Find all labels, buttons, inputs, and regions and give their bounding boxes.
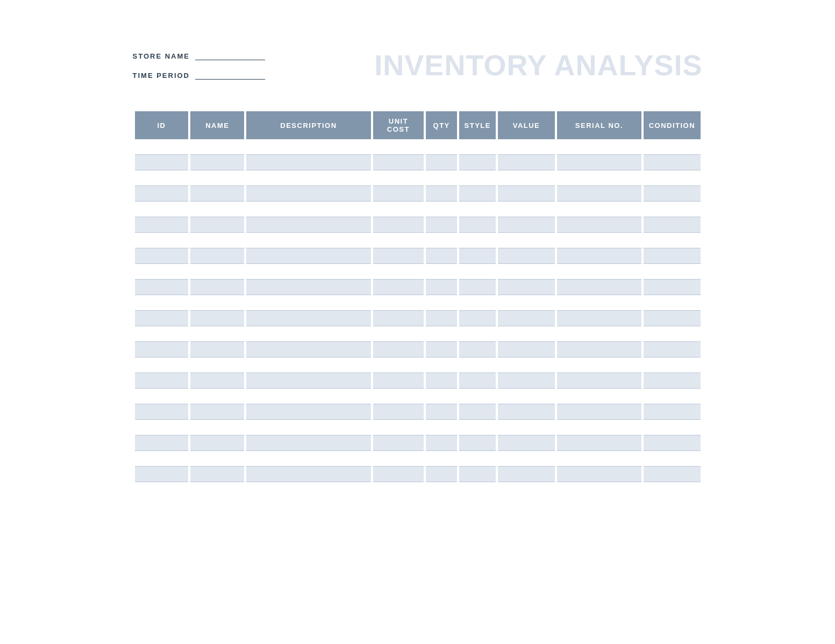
cell-serial_no[interactable] xyxy=(557,155,642,170)
cell-unit_cost[interactable] xyxy=(373,357,424,373)
cell-id[interactable] xyxy=(135,389,189,404)
cell-id[interactable] xyxy=(135,280,189,295)
cell-unit_cost[interactable] xyxy=(373,389,424,404)
cell-serial_no[interactable] xyxy=(557,186,642,202)
cell-style[interactable] xyxy=(459,295,496,311)
cell-qty[interactable] xyxy=(426,217,457,233)
cell-condition[interactable] xyxy=(644,404,700,420)
cell-value[interactable] xyxy=(498,280,554,295)
cell-description[interactable] xyxy=(246,295,370,311)
cell-qty[interactable] xyxy=(426,389,457,404)
cell-id[interactable] xyxy=(135,295,189,311)
cell-unit_cost[interactable] xyxy=(373,280,424,295)
cell-description[interactable] xyxy=(246,248,370,264)
cell-serial_no[interactable] xyxy=(557,280,642,295)
cell-serial_no[interactable] xyxy=(557,373,642,389)
cell-id[interactable] xyxy=(135,170,189,186)
cell-name[interactable] xyxy=(190,233,244,248)
cell-style[interactable] xyxy=(459,357,496,373)
cell-style[interactable] xyxy=(459,326,496,342)
cell-name[interactable] xyxy=(190,248,244,264)
cell-serial_no[interactable] xyxy=(557,295,642,311)
cell-unit_cost[interactable] xyxy=(373,420,424,435)
cell-unit_cost[interactable] xyxy=(373,435,424,451)
cell-condition[interactable] xyxy=(644,202,700,217)
cell-serial_no[interactable] xyxy=(557,357,642,373)
cell-condition[interactable] xyxy=(644,295,700,311)
cell-id[interactable] xyxy=(135,342,189,357)
cell-value[interactable] xyxy=(498,326,554,342)
cell-serial_no[interactable] xyxy=(557,139,642,155)
cell-serial_no[interactable] xyxy=(557,202,642,217)
cell-qty[interactable] xyxy=(426,264,457,280)
cell-condition[interactable] xyxy=(644,420,700,435)
cell-serial_no[interactable] xyxy=(557,342,642,357)
cell-qty[interactable] xyxy=(426,280,457,295)
cell-id[interactable] xyxy=(135,404,189,420)
cell-qty[interactable] xyxy=(426,357,457,373)
cell-description[interactable] xyxy=(246,404,370,420)
cell-name[interactable] xyxy=(190,467,244,482)
cell-qty[interactable] xyxy=(426,233,457,248)
cell-style[interactable] xyxy=(459,420,496,435)
cell-qty[interactable] xyxy=(426,155,457,170)
cell-name[interactable] xyxy=(190,217,244,233)
cell-condition[interactable] xyxy=(644,155,700,170)
cell-serial_no[interactable] xyxy=(557,233,642,248)
cell-qty[interactable] xyxy=(426,170,457,186)
cell-unit_cost[interactable] xyxy=(373,451,424,467)
cell-name[interactable] xyxy=(190,170,244,186)
cell-qty[interactable] xyxy=(426,326,457,342)
cell-unit_cost[interactable] xyxy=(373,373,424,389)
cell-serial_no[interactable] xyxy=(557,404,642,420)
cell-name[interactable] xyxy=(190,420,244,435)
cell-qty[interactable] xyxy=(426,467,457,482)
cell-unit_cost[interactable] xyxy=(373,342,424,357)
cell-qty[interactable] xyxy=(426,295,457,311)
cell-style[interactable] xyxy=(459,467,496,482)
cell-unit_cost[interactable] xyxy=(373,170,424,186)
cell-qty[interactable] xyxy=(426,311,457,326)
cell-id[interactable] xyxy=(135,373,189,389)
cell-value[interactable] xyxy=(498,217,554,233)
cell-style[interactable] xyxy=(459,186,496,202)
cell-description[interactable] xyxy=(246,280,370,295)
cell-description[interactable] xyxy=(246,451,370,467)
cell-value[interactable] xyxy=(498,311,554,326)
cell-value[interactable] xyxy=(498,248,554,264)
cell-style[interactable] xyxy=(459,139,496,155)
cell-qty[interactable] xyxy=(426,435,457,451)
cell-unit_cost[interactable] xyxy=(373,139,424,155)
cell-value[interactable] xyxy=(498,404,554,420)
cell-name[interactable] xyxy=(190,342,244,357)
cell-name[interactable] xyxy=(190,326,244,342)
cell-serial_no[interactable] xyxy=(557,326,642,342)
cell-name[interactable] xyxy=(190,311,244,326)
cell-value[interactable] xyxy=(498,139,554,155)
cell-value[interactable] xyxy=(498,420,554,435)
cell-name[interactable] xyxy=(190,404,244,420)
cell-style[interactable] xyxy=(459,389,496,404)
cell-name[interactable] xyxy=(190,451,244,467)
cell-condition[interactable] xyxy=(644,186,700,202)
cell-condition[interactable] xyxy=(644,233,700,248)
cell-value[interactable] xyxy=(498,295,554,311)
cell-serial_no[interactable] xyxy=(557,467,642,482)
cell-style[interactable] xyxy=(459,217,496,233)
cell-unit_cost[interactable] xyxy=(373,233,424,248)
cell-serial_no[interactable] xyxy=(557,217,642,233)
store-name-input[interactable] xyxy=(195,51,265,60)
cell-value[interactable] xyxy=(498,155,554,170)
cell-condition[interactable] xyxy=(644,170,700,186)
cell-condition[interactable] xyxy=(644,357,700,373)
cell-style[interactable] xyxy=(459,311,496,326)
cell-name[interactable] xyxy=(190,155,244,170)
cell-description[interactable] xyxy=(246,202,370,217)
cell-unit_cost[interactable] xyxy=(373,404,424,420)
cell-id[interactable] xyxy=(135,420,189,435)
cell-unit_cost[interactable] xyxy=(373,248,424,264)
cell-id[interactable] xyxy=(135,155,189,170)
cell-id[interactable] xyxy=(135,233,189,248)
cell-qty[interactable] xyxy=(426,342,457,357)
cell-style[interactable] xyxy=(459,233,496,248)
